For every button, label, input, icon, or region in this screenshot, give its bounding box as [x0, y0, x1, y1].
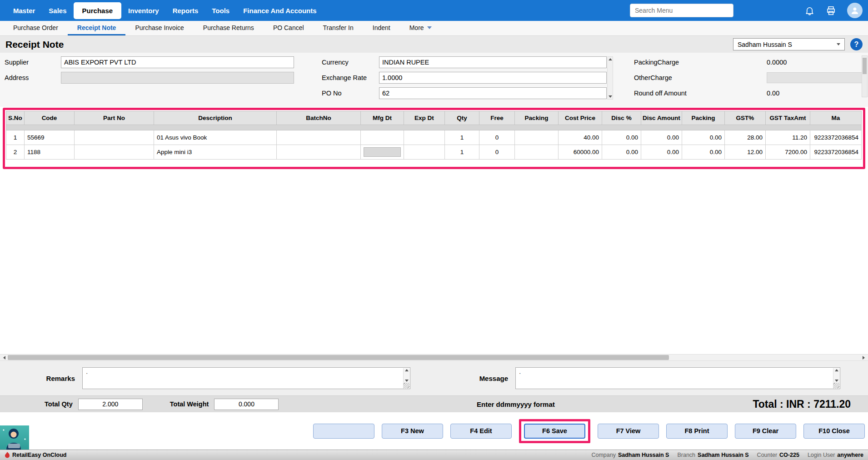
- scroll-up-icon[interactable]: [405, 369, 409, 371]
- cell-cost-price[interactable]: 60000.00: [559, 145, 602, 160]
- resize-grip-icon[interactable]: [404, 383, 409, 388]
- subnav-item-label: Transfer In: [323, 24, 354, 31]
- f10-close-button[interactable]: F10 Close: [803, 424, 865, 439]
- cell-qty[interactable]: 1: [445, 145, 479, 160]
- user-avatar[interactable]: [847, 3, 863, 18]
- subnav-item-purchase-invoice[interactable]: Purchase Invoice: [125, 21, 193, 35]
- cell-mfg-dt-focused[interactable]: [361, 145, 404, 160]
- total-qty-input[interactable]: [78, 399, 143, 410]
- assistant-avatar[interactable]: [0, 425, 29, 450]
- col-header-disc-amount: Disc Amount: [641, 111, 682, 125]
- cell-gst-taxamt[interactable]: 7200.00: [766, 145, 810, 160]
- supplier-input[interactable]: [61, 56, 294, 68]
- cell-packing-2[interactable]: 0.00: [682, 130, 725, 145]
- cell-cost-price[interactable]: 40.00: [559, 130, 602, 145]
- cell-gst-pct[interactable]: 12.00: [725, 145, 766, 160]
- subnav-item-label: Purchase Order: [13, 24, 58, 31]
- nav-item-sales[interactable]: Sales: [42, 3, 73, 18]
- cell-exp-dt[interactable]: [404, 130, 445, 145]
- cell-gst-pct[interactable]: 28.00: [725, 130, 766, 145]
- search-input[interactable]: [630, 4, 733, 17]
- nav-item-reports[interactable]: Reports: [166, 3, 205, 18]
- notification-bell-icon[interactable]: [804, 5, 815, 16]
- address-input[interactable]: [61, 72, 294, 84]
- cell-packing[interactable]: [515, 130, 559, 145]
- total-weight-input[interactable]: [214, 399, 279, 410]
- subnav-item-receipt-note[interactable]: Receipt Note: [68, 21, 126, 35]
- form-right-scrollbar[interactable]: [862, 55, 868, 97]
- cell-ma[interactable]: 9223372036854: [810, 145, 862, 160]
- printer-icon[interactable]: [826, 5, 836, 16]
- horizontal-scrollbar[interactable]: [0, 354, 868, 361]
- subnav-item-indent[interactable]: Indent: [363, 21, 400, 35]
- cell-code[interactable]: 55669: [25, 130, 75, 145]
- message-textarea[interactable]: ·: [515, 367, 840, 389]
- resize-grip-icon[interactable]: [833, 383, 839, 388]
- f9-clear-button[interactable]: F9 Clear: [735, 424, 796, 439]
- cell-description[interactable]: Apple mini i3: [154, 145, 277, 160]
- subnav-item-purchase-order[interactable]: Purchase Order: [4, 21, 68, 35]
- cell-free[interactable]: 0: [479, 130, 515, 145]
- cell-gst-taxamt[interactable]: 11.20: [766, 130, 810, 145]
- cell-batchno[interactable]: [277, 130, 361, 145]
- cell-qty[interactable]: 1: [445, 130, 479, 145]
- cell-packing-2[interactable]: 0.00: [682, 145, 725, 160]
- charges-scrollbar[interactable]: [607, 56, 613, 100]
- cell-disc-pct[interactable]: 0.00: [602, 130, 641, 145]
- scroll-up-icon[interactable]: [835, 369, 838, 371]
- subnav-item-purchase-returns[interactable]: Purchase Returns: [194, 21, 264, 35]
- cell-part-no[interactable]: [75, 145, 154, 160]
- f8-print-button[interactable]: F8 Print: [666, 424, 728, 439]
- date-entry-cell[interactable]: [364, 147, 401, 157]
- document-header-form: Supplier Address Currency Exchange Rate: [0, 53, 868, 107]
- exchange-rate-input[interactable]: [379, 72, 607, 84]
- cell-code[interactable]: 1188: [25, 145, 75, 160]
- f6-save-button[interactable]: F6 Save: [524, 424, 585, 439]
- cell-mfg-dt[interactable]: [361, 130, 404, 145]
- remarks-textarea[interactable]: ·: [82, 367, 410, 389]
- subnav-item-transfer-in[interactable]: Transfer In: [314, 21, 363, 35]
- subnav-item-more[interactable]: More: [400, 21, 441, 35]
- remarks-section: Remarks · Message ·: [0, 361, 868, 395]
- employee-select[interactable]: Sadham Hussain S: [733, 38, 845, 50]
- scrollbar-thumb[interactable]: [8, 355, 669, 360]
- scroll-up-icon[interactable]: [609, 58, 612, 60]
- f3-new-button[interactable]: F3 New: [382, 424, 443, 439]
- nav-item-purchase[interactable]: Purchase: [74, 2, 122, 19]
- currency-input[interactable]: [379, 56, 607, 68]
- nav-item-tools[interactable]: Tools: [205, 3, 236, 18]
- other-charge-input[interactable]: [767, 72, 866, 83]
- scroll-down-icon[interactable]: [609, 95, 612, 98]
- cell-packing[interactable]: [515, 145, 559, 160]
- cell-exp-dt[interactable]: [404, 145, 445, 160]
- cell-disc-amount[interactable]: 0.00: [641, 145, 682, 160]
- nav-item-master[interactable]: Master: [6, 3, 42, 18]
- subnav-item-po-cancel[interactable]: PO Cancel: [264, 21, 314, 35]
- nav-item-inventory[interactable]: Inventory: [121, 3, 166, 18]
- cell-sno[interactable]: 2: [6, 145, 25, 160]
- cell-part-no[interactable]: [75, 130, 154, 145]
- scroll-down-icon[interactable]: [835, 380, 838, 382]
- cell-batchno[interactable]: [277, 145, 361, 160]
- app-name: RetailEasy OnCloud: [12, 452, 66, 458]
- page-title: Receipt Note: [5, 39, 64, 50]
- cell-description[interactable]: 01 Asus vivo Book: [154, 130, 277, 145]
- scroll-left-icon[interactable]: [1, 355, 8, 360]
- nav-item-finance[interactable]: Finance And Accounts: [236, 3, 323, 18]
- cell-sno[interactable]: 1: [6, 130, 25, 145]
- f4-edit-button[interactable]: F4 Edit: [450, 424, 512, 439]
- cell-free[interactable]: 0: [479, 145, 515, 160]
- cell-ma[interactable]: 9223372036854: [810, 130, 862, 145]
- annotation-table-highlight: S.No Code Part No Description BatchNo Mf…: [3, 108, 865, 169]
- cell-disc-amount[interactable]: 0.00: [641, 130, 682, 145]
- f7-view-button[interactable]: F7 View: [598, 424, 659, 439]
- scroll-down-icon[interactable]: [405, 380, 409, 382]
- message-label: Message: [410, 375, 515, 382]
- cell-disc-pct[interactable]: 0.00: [602, 145, 641, 160]
- blank-button[interactable]: [313, 424, 374, 439]
- help-button[interactable]: ?: [850, 38, 863, 50]
- scrollbar-thumb[interactable]: [863, 58, 867, 74]
- packing-charge-label: PackingCharge: [634, 59, 767, 66]
- po-no-input[interactable]: [379, 87, 607, 99]
- scroll-right-icon[interactable]: [860, 355, 867, 360]
